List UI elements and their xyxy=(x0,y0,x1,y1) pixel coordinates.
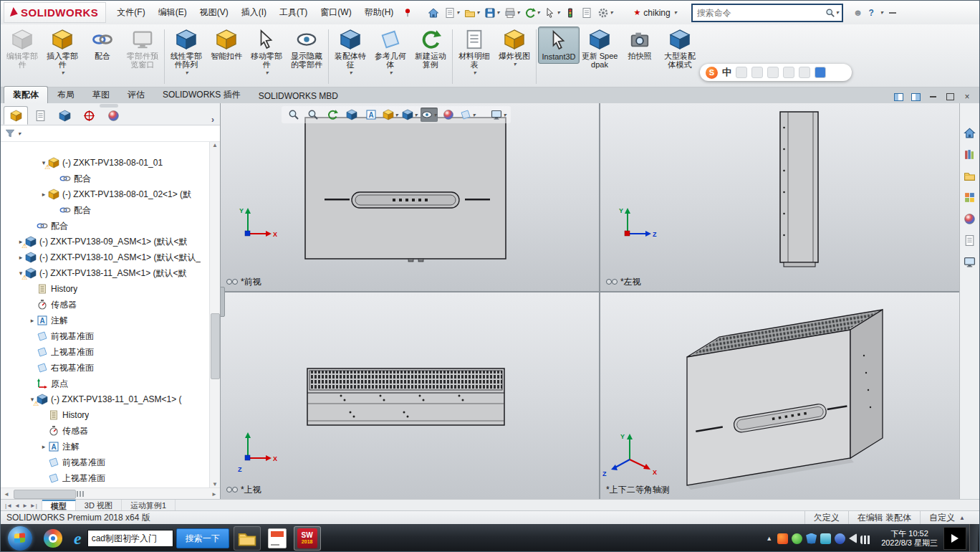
bill-of-materials-button[interactable]: 材料明细表▾ xyxy=(454,27,494,78)
tree-item-component[interactable]: ▾⚠(-) ZXKT-PV138-08-01_01 xyxy=(1,155,210,171)
tab-addins[interactable]: SOLIDWORKS 插件 xyxy=(154,87,249,103)
linear-pattern-button[interactable]: 线性零部件阵列▾ xyxy=(166,27,206,78)
component-preview-button[interactable]: 零部件预览窗口 xyxy=(123,27,163,71)
ime-skin-icon[interactable] xyxy=(815,67,826,78)
sogou-ime-bar[interactable]: S 中 xyxy=(700,64,852,81)
tree-item-plane[interactable]: 右视基准面 xyxy=(1,360,210,376)
undo-icon[interactable]: ▾ xyxy=(522,4,542,22)
taskbar-clock[interactable]: 下午 10:52 2022/8/3 星期三 xyxy=(881,529,938,548)
tree-horizontal-scrollbar[interactable]: ◄ ► xyxy=(1,487,220,500)
user-icon[interactable]: ☻ xyxy=(853,7,863,18)
tab-evaluate[interactable]: 评估 xyxy=(119,87,153,103)
help-icon[interactable]: ? xyxy=(868,8,873,18)
menu-window[interactable]: 窗口(W) xyxy=(314,4,357,22)
pin-icon[interactable] xyxy=(403,8,413,18)
expand-arrow-icon[interactable]: ▸ xyxy=(39,191,48,198)
front-view-drawing[interactable] xyxy=(305,118,506,262)
sogou-tray-icon[interactable] xyxy=(777,533,788,544)
collapse-icon[interactable] xyxy=(889,12,896,14)
options-gear-icon[interactable]: ▾ xyxy=(595,4,615,22)
tree-item-plane[interactable]: 前视基准面 xyxy=(1,455,210,470)
scroll-down-icon[interactable]: ▼ xyxy=(212,481,218,487)
internet-explorer-icon[interactable]: e xyxy=(74,529,82,548)
assembly-features-button[interactable]: 装配体特征▾ xyxy=(330,27,370,78)
smart-fasteners-button[interactable]: 智能扣件 xyxy=(206,27,246,62)
tray-expand-icon[interactable]: ▲ xyxy=(766,535,774,542)
displaymanager-icon[interactable] xyxy=(101,106,125,125)
taskbar-search-input[interactable] xyxy=(87,530,173,547)
tree-item-annotations[interactable]: ▸注解 xyxy=(1,313,210,328)
tab-last-icon[interactable]: ►| xyxy=(30,503,37,509)
tree-item-plane[interactable]: 上视基准面 xyxy=(1,470,210,486)
dimxpert-icon[interactable] xyxy=(77,106,101,125)
menu-tools[interactable]: 工具(T) xyxy=(273,4,314,22)
menu-file[interactable]: 文件(F) xyxy=(110,4,151,22)
custom-properties-icon[interactable] xyxy=(961,232,979,248)
status-custom[interactable]: 自定义▲ xyxy=(920,511,974,524)
previous-view-icon[interactable] xyxy=(324,108,341,122)
show-hidden-components-button[interactable]: 显示隐藏的零部件 xyxy=(287,27,327,71)
search-icon[interactable] xyxy=(825,8,835,18)
tab-assembly[interactable]: 装配体 xyxy=(4,86,48,103)
zoom-fit-icon[interactable] xyxy=(285,108,302,122)
tab-prev-icon[interactable]: ◄ xyxy=(14,503,20,509)
display-style-icon[interactable]: ▾ xyxy=(401,108,418,122)
tab-mbd[interactable]: SOLIDWORKS MBD xyxy=(250,89,347,103)
update-speedpak-button[interactable]: 更新 Speedpak xyxy=(580,27,620,71)
new-document-icon[interactable]: ▾ xyxy=(442,4,461,22)
apply-scene-icon[interactable]: ▾ xyxy=(459,108,476,122)
tree-item-annotations[interactable]: ▸注解 xyxy=(1,439,210,455)
browser-taskbar-button[interactable] xyxy=(39,526,67,551)
tree-item-plane[interactable]: 前视基准面 xyxy=(1,328,210,344)
media-play-tray-icon[interactable] xyxy=(943,527,966,550)
zoom-area-icon[interactable] xyxy=(304,108,322,122)
tree-vertical-scrollbar[interactable]: ▲ ▼ xyxy=(209,142,220,487)
presentation-taskbar-button[interactable] xyxy=(264,526,291,551)
ime-mic-icon[interactable] xyxy=(767,67,779,78)
tree-item-sensors[interactable]: 传感器 xyxy=(1,297,210,313)
edit-appearance-icon[interactable] xyxy=(440,108,457,122)
menu-edit[interactable]: 编辑(E) xyxy=(152,4,193,22)
hide-show-items-icon[interactable]: ▾ xyxy=(421,108,438,122)
tab-3d-views[interactable]: 3D 视图 xyxy=(76,500,122,511)
save-icon[interactable]: ▾ xyxy=(482,4,501,22)
left-view-drawing[interactable] xyxy=(780,112,818,267)
file-properties-icon[interactable] xyxy=(579,4,595,22)
start-button[interactable] xyxy=(8,526,32,551)
sogou-logo-icon[interactable]: S xyxy=(706,67,718,79)
scroll-left-icon[interactable]: ◄ xyxy=(1,491,12,498)
user-menu[interactable]: ★ chiking ▾ xyxy=(633,8,676,18)
ime-keyboard-icon[interactable] xyxy=(783,67,794,78)
tree-item-component[interactable]: ▸(-) ZXKT-PV138-10_ASM<1> (默认<默认_ xyxy=(1,249,210,265)
top-view-drawing[interactable] xyxy=(307,368,504,425)
tree-item-mates[interactable]: 配合 xyxy=(1,202,210,218)
tab-sketch[interactable]: 草图 xyxy=(84,87,118,103)
ime-emoji-icon[interactable] xyxy=(751,67,763,78)
tree-item-component[interactable]: ▾⚠(-) ZXKT-PV138-11_01_ASM<1> ( xyxy=(1,391,210,407)
insert-component-button[interactable]: 插入零部件▾ xyxy=(42,27,82,78)
tab-next-icon[interactable]: ► xyxy=(22,503,28,509)
open-folder-icon[interactable]: ▾ xyxy=(462,4,481,22)
menu-help[interactable]: 帮助(H) xyxy=(358,4,400,22)
mate-button[interactable]: 配合 xyxy=(82,27,123,62)
annotation-views-icon[interactable] xyxy=(362,108,380,122)
minimize-icon[interactable] xyxy=(928,92,938,101)
tab-scroll-buttons[interactable]: |◄ ◄ ► ►| xyxy=(1,500,42,511)
large-assembly-mode-button[interactable]: 大型装配体模式 xyxy=(660,27,700,71)
scroll-up-icon[interactable]: ▲ xyxy=(212,142,218,148)
expand-arrow-icon[interactable]: ▸ xyxy=(39,443,48,450)
tree-item-mates[interactable]: 配合 xyxy=(1,218,210,234)
volume-tray-icon[interactable] xyxy=(849,533,857,543)
edit-component-button[interactable]: 编辑零部件 xyxy=(2,27,42,71)
tree-item-mates[interactable]: 配合 xyxy=(1,171,210,186)
show-desktop-button[interactable] xyxy=(969,524,978,552)
tab-layout[interactable]: 布局 xyxy=(49,87,83,103)
tree-item-plane[interactable]: 上视基准面 xyxy=(1,344,210,360)
tree-item-sensors[interactable]: 传感器 xyxy=(1,423,210,439)
security-tray-icon[interactable] xyxy=(792,533,802,544)
propertymanager-icon[interactable] xyxy=(28,106,52,125)
baidu-search-button[interactable]: 搜索一下 xyxy=(176,528,229,548)
tree-item-component[interactable]: ▸⚠(-) ZXKT-PV138-09_ASM<1> (默认<默 xyxy=(1,234,210,249)
restore-icon[interactable] xyxy=(945,92,955,101)
ime-mode-chinese[interactable]: 中 xyxy=(722,66,731,79)
